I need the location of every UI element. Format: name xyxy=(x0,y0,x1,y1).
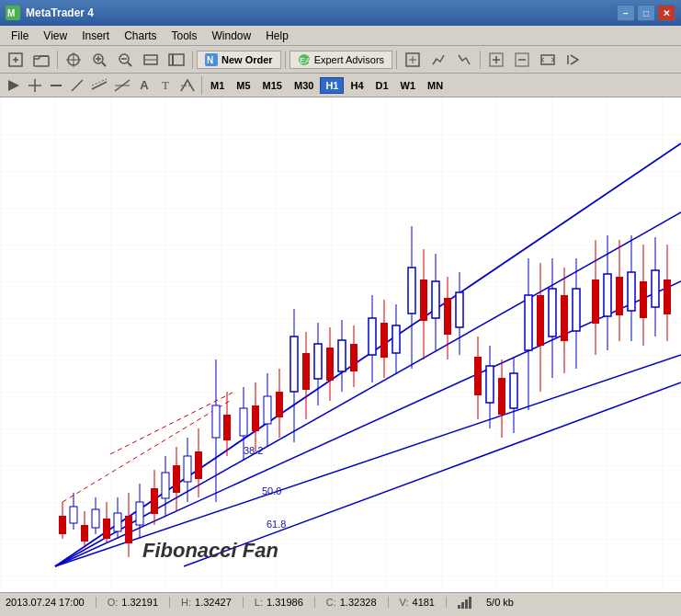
menu-help[interactable]: Help xyxy=(258,28,296,44)
menu-charts[interactable]: Charts xyxy=(117,28,164,44)
new-chart-button[interactable] xyxy=(4,49,28,71)
status-sep-4 xyxy=(314,597,315,608)
new-order-button[interactable]: N New Order xyxy=(197,51,281,69)
svg-rect-110 xyxy=(392,325,400,353)
low-price: L: 1.31986 xyxy=(255,597,303,608)
svg-rect-108 xyxy=(380,323,388,358)
file-size-display: 5/0 kb xyxy=(486,597,514,608)
svg-rect-82 xyxy=(212,405,220,438)
crosshair-button[interactable] xyxy=(62,49,85,71)
text-tool-button[interactable]: A xyxy=(134,76,154,95)
scroll-right-button[interactable] xyxy=(562,49,585,71)
zoom-in-button[interactable] xyxy=(87,49,111,71)
chart-up-button[interactable] xyxy=(426,49,450,71)
svg-rect-5 xyxy=(34,56,49,66)
volume-label: V: xyxy=(400,597,409,608)
status-sep-6 xyxy=(446,597,447,608)
arrow-mark-button[interactable] xyxy=(176,76,199,95)
svg-rect-124 xyxy=(486,366,494,403)
svg-rect-146 xyxy=(628,272,635,311)
svg-rect-94 xyxy=(290,337,298,392)
svg-rect-84 xyxy=(223,415,231,440)
timeframe-m5[interactable]: M5 xyxy=(231,77,255,94)
svg-rect-134 xyxy=(549,289,556,337)
timeframe-mn[interactable]: MN xyxy=(422,77,448,94)
toolbar-separator-2 xyxy=(192,51,193,69)
svg-rect-88 xyxy=(252,405,259,431)
diag-line-button[interactable] xyxy=(67,76,87,95)
svg-line-39 xyxy=(92,82,107,89)
svg-rect-60 xyxy=(92,509,99,528)
minimize-button[interactable]: − xyxy=(617,5,635,21)
svg-rect-122 xyxy=(474,357,482,395)
svg-rect-128 xyxy=(510,373,517,408)
svg-marker-34 xyxy=(8,80,19,91)
line-tool-button[interactable] xyxy=(46,76,66,95)
zoom-chart-out-button[interactable] xyxy=(510,49,534,71)
fib-button[interactable] xyxy=(111,76,133,95)
chart-container[interactable]: 38.2 50.0 61.8 xyxy=(0,97,681,592)
status-sep-5 xyxy=(388,597,389,608)
channel-button[interactable] xyxy=(88,76,110,95)
svg-rect-102 xyxy=(338,340,346,371)
title-bar-text: MetaTrader 4 xyxy=(26,6,617,19)
open-button[interactable] xyxy=(29,49,53,71)
svg-rect-130 xyxy=(525,295,532,350)
period-sep-button[interactable] xyxy=(165,49,188,71)
menu-bar: File View Insert Charts Tools Window Hel… xyxy=(0,26,681,46)
svg-text:N: N xyxy=(207,55,213,65)
label-tool-button[interactable]: T xyxy=(155,76,176,95)
svg-rect-96 xyxy=(302,353,310,390)
menu-insert[interactable]: Insert xyxy=(74,28,117,44)
svg-line-10 xyxy=(102,63,106,66)
maximize-button[interactable]: □ xyxy=(637,5,655,21)
menu-window[interactable]: Window xyxy=(205,28,259,44)
low-value: 1.31986 xyxy=(267,597,303,608)
svg-rect-98 xyxy=(314,344,322,379)
svg-rect-148 xyxy=(640,281,647,318)
title-bar: M MetaTrader 4 − □ ✕ xyxy=(0,0,681,26)
chart-down-button[interactable] xyxy=(452,49,476,71)
svg-rect-19 xyxy=(172,54,174,65)
timeframe-w1[interactable]: W1 xyxy=(395,77,422,94)
low-label: L: xyxy=(255,597,263,608)
close-button[interactable]: ✕ xyxy=(657,5,675,21)
svg-line-38 xyxy=(72,80,83,91)
timeframe-h1[interactable]: H1 xyxy=(320,77,344,94)
zoom-chart-in-button[interactable] xyxy=(484,49,508,71)
close-price: C: 1.32328 xyxy=(326,597,377,608)
svg-rect-140 xyxy=(592,279,599,324)
high-label: H: xyxy=(181,597,191,608)
title-bar-controls: − □ ✕ xyxy=(617,5,675,21)
history-center-button[interactable] xyxy=(401,49,425,71)
svg-rect-58 xyxy=(81,525,88,542)
fit-button[interactable] xyxy=(536,49,560,71)
toolbar-separator-3 xyxy=(285,51,286,69)
menu-view[interactable]: View xyxy=(36,28,74,44)
zoom-out-button[interactable] xyxy=(113,49,137,71)
timeframe-m1[interactable]: M1 xyxy=(205,77,230,94)
timeframe-m15[interactable]: M15 xyxy=(257,77,288,94)
toolbar2-separator xyxy=(201,76,202,95)
svg-rect-120 xyxy=(456,292,463,327)
svg-rect-104 xyxy=(350,344,358,371)
arrow-tool-button[interactable] xyxy=(4,76,24,95)
menu-file[interactable]: File xyxy=(4,28,36,44)
menu-tools[interactable]: Tools xyxy=(165,28,205,44)
timeframe-h4[interactable]: H4 xyxy=(345,77,369,94)
svg-text:EA: EA xyxy=(300,56,311,65)
svg-rect-132 xyxy=(537,295,544,346)
chart-canvas: 38.2 50.0 61.8 xyxy=(0,97,681,592)
status-bar: 2013.07.24 17:00 O: 1.32191 H: 1.32427 L… xyxy=(0,592,681,610)
svg-rect-118 xyxy=(444,298,451,335)
svg-rect-86 xyxy=(240,408,247,436)
svg-rect-78 xyxy=(184,456,191,482)
svg-rect-152 xyxy=(664,279,671,314)
timeframe-m30[interactable]: M30 xyxy=(289,77,319,94)
timeframe-d1[interactable]: D1 xyxy=(370,77,394,94)
toolbar-separator-5 xyxy=(480,51,481,69)
crosshair-tool-button[interactable] xyxy=(25,76,45,95)
expert-advisors-button[interactable]: EA Expert Advisors xyxy=(289,51,392,69)
chart-scroll-button[interactable] xyxy=(139,49,163,71)
datetime-display: 2013.07.24 17:00 xyxy=(6,597,85,608)
